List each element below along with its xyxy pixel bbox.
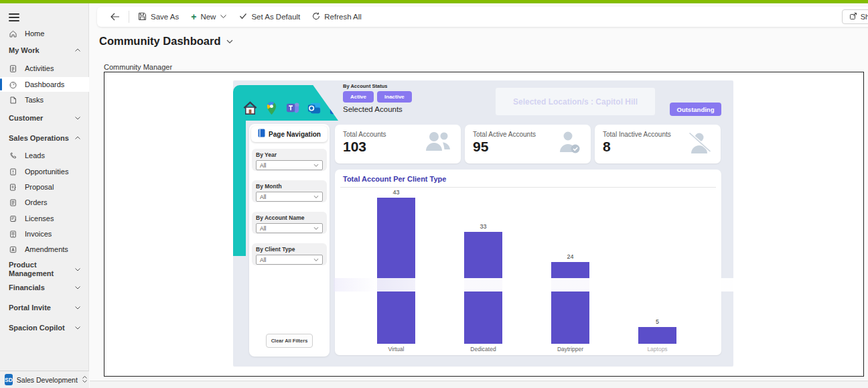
sidebar-item-proposal[interactable]: Proposal	[0, 180, 89, 194]
inactive-filter-button[interactable]: Inactive	[377, 91, 412, 103]
bar-group-virtual: 43	[377, 189, 415, 344]
sidebar-item-label: Home	[25, 29, 44, 38]
person-check-icon	[556, 131, 583, 157]
kpi-total-inactive-accounts[interactable]: Total Inactive Accounts 8	[595, 125, 721, 164]
page-title-row: Community Dashboard	[99, 35, 234, 48]
account-status-label: By Account Status	[343, 83, 412, 89]
save-as-button[interactable]: Save As	[132, 9, 185, 25]
bottom-strip	[90, 381, 868, 388]
back-button[interactable]	[104, 10, 126, 23]
page-title: Community Dashboard	[99, 35, 221, 48]
bar-dedicated[interactable]	[464, 232, 502, 344]
sidebar-group-financials[interactable]: Financials	[0, 280, 89, 295]
sidebar-item-opportunities[interactable]: Opportunities	[0, 164, 89, 179]
sidebar-item-amendments[interactable]: Amendments	[0, 242, 89, 257]
chevron-down-icon	[74, 284, 81, 291]
category-label-virtual: Virtual	[377, 346, 415, 352]
page-navigation-header[interactable]: Page Navigation	[251, 126, 328, 142]
sidebar-item-invoices[interactable]: Invoices	[0, 227, 89, 241]
chevron-up-icon	[74, 47, 81, 54]
account-status-slicer: By Account Status Active Inactive	[343, 83, 412, 103]
plus-icon: +	[191, 12, 196, 21]
bar-laptops[interactable]	[638, 327, 676, 344]
area-label: Sales Development	[17, 376, 78, 384]
chevron-down-icon	[313, 162, 319, 169]
chevron-down-icon	[74, 115, 81, 121]
orders-icon	[9, 198, 17, 207]
bar-group-daytripper: 24	[551, 253, 589, 344]
category-label-dedicated: Dedicated	[464, 346, 502, 352]
maps-icon[interactable]	[264, 101, 279, 116]
chevron-down-icon	[74, 266, 81, 273]
chart-title: Total Account Per Client Type	[335, 170, 721, 183]
hamburger-menu-icon[interactable]	[9, 13, 19, 21]
report-frame: By Account Status Active Inactive Select…	[104, 72, 864, 377]
chevron-down-icon	[74, 304, 81, 311]
tasks-icon	[9, 96, 17, 105]
main-area: Save As + New Set As Default Refresh All…	[90, 3, 868, 388]
sidebar-group-product-management[interactable]: Product Management	[0, 259, 89, 280]
sidebar-group-spacion-copilot[interactable]: Spacion Copilot	[0, 320, 89, 335]
refresh-all-button[interactable]: Refresh All	[306, 9, 368, 24]
by-client-type-dropdown[interactable]: All	[256, 255, 323, 265]
home-icon[interactable]	[242, 101, 258, 116]
active-filter-button[interactable]: Active	[343, 91, 374, 103]
amendments-icon	[9, 245, 17, 254]
category-label-laptops: Laptops	[638, 346, 676, 352]
bar-daytripper[interactable]	[551, 262, 589, 344]
leads-icon	[9, 151, 17, 160]
sidebar-item-dashboards[interactable]: Dashboards	[0, 77, 89, 92]
chevron-down-icon	[74, 324, 81, 331]
clear-all-filters-button[interactable]: Clear All Filters	[266, 334, 313, 348]
selected-accounts-label: Selected Acounts	[343, 105, 403, 113]
outstanding-button[interactable]: Outstanding	[670, 103, 721, 116]
kpi-row: Total Accounts 103 Total Active Accounts…	[335, 125, 721, 164]
sidebar-item-leads[interactable]: Leads	[0, 148, 89, 163]
sidebar-item-home[interactable]: Home	[0, 26, 89, 41]
sidebar-group-portal-invite[interactable]: Portal Invite	[0, 300, 89, 315]
page-navigation-panel: Page Navigation By Year All By Month All	[249, 124, 330, 357]
activities-icon	[9, 64, 17, 73]
app-accent-bar	[0, 0, 868, 3]
sidebar-item-tasks[interactable]: Tasks	[0, 92, 89, 107]
teams-icon[interactable]	[285, 101, 301, 116]
invoices-icon	[9, 230, 17, 239]
sidebar-group-my-work[interactable]: My Work	[0, 43, 89, 58]
filter-by-month: By Month All	[252, 180, 327, 202]
share-button[interactable]: Share	[842, 9, 868, 24]
refresh-icon	[312, 12, 320, 21]
calendar-icon[interactable]	[328, 101, 344, 116]
book-icon	[258, 128, 265, 140]
by-month-dropdown[interactable]: All	[256, 192, 323, 202]
sidebar-group-sales-operations[interactable]: Sales Operations	[0, 131, 89, 145]
proposal-icon	[9, 183, 17, 192]
bar-value: 24	[567, 253, 573, 260]
chevron-down-icon	[313, 194, 319, 200]
bar-value: 43	[392, 189, 399, 196]
sidebar-item-activities[interactable]: Activities	[0, 61, 89, 76]
chevron-up-icon	[74, 135, 81, 141]
bar-virtual[interactable]	[377, 198, 415, 344]
chevron-down-icon	[313, 225, 319, 232]
kpi-total-active-accounts[interactable]: Total Active Accounts 95	[465, 125, 591, 164]
outlook-icon[interactable]	[307, 101, 322, 116]
sidebar: Home My Work Activities Dashboards Tasks…	[0, 3, 89, 388]
set-as-default-button[interactable]: Set As Default	[233, 10, 306, 23]
bar-value: 33	[480, 223, 486, 230]
chart-divider	[340, 187, 716, 188]
kpi-total-accounts[interactable]: Total Accounts 103	[335, 125, 461, 164]
sidebar-item-licenses[interactable]: Licenses	[0, 211, 89, 226]
teal-side-strip	[233, 121, 246, 256]
powerbi-report: By Account Status Active Inactive Select…	[233, 80, 733, 367]
toolbar-divider	[129, 11, 129, 23]
by-account-name-dropdown[interactable]: All	[256, 223, 323, 233]
opportunities-icon	[9, 168, 17, 176]
new-button[interactable]: + New	[185, 9, 233, 24]
area-switcher[interactable]: SD Sales Development	[0, 371, 89, 388]
category-label-daytripper: Daytripper	[551, 346, 589, 352]
by-year-dropdown[interactable]: All	[256, 160, 323, 170]
sidebar-item-orders[interactable]: Orders	[0, 195, 89, 210]
title-chevron-icon[interactable]	[226, 36, 234, 48]
check-icon	[239, 13, 247, 21]
sidebar-group-customer[interactable]: Customer	[0, 111, 89, 125]
